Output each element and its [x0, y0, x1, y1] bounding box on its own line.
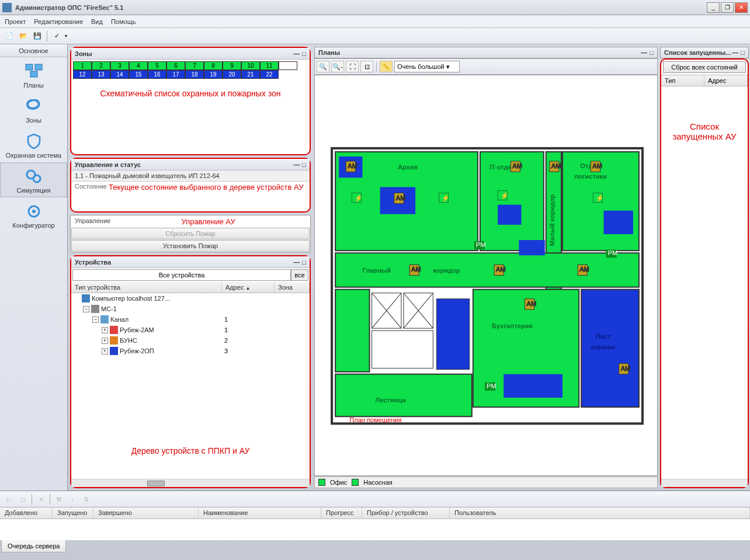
zones-panel: Зоны —□ 12345678910111213141516171819202… [70, 47, 311, 155]
menu-help[interactable]: Помощь [111, 18, 136, 25]
zone-cell[interactable]: 17 [166, 70, 185, 79]
panel-maximize-icon[interactable]: □ [302, 259, 306, 266]
column-added[interactable]: Добавлено [0, 507, 53, 519]
new-file-icon[interactable]: 📄 [4, 30, 15, 42]
zone-cell[interactable]: 14 [110, 70, 129, 79]
reset-fire-button[interactable]: Сбросить Пожар [71, 228, 310, 239]
sidebar-item-security[interactable]: Охранная система [0, 127, 67, 162]
tree-row[interactable]: +Рубеж-2АМ1 [71, 325, 310, 335]
zone-cell[interactable]: 8 [204, 61, 223, 70]
column-user[interactable]: Пользователь [450, 507, 750, 519]
column-finished[interactable]: Завершено [93, 507, 199, 519]
status-label: Состояние [75, 183, 109, 192]
zoom-actual-icon[interactable]: ⊡ [360, 61, 373, 72]
sidebar-item-zones[interactable]: Зоны [0, 92, 67, 127]
zone-cell[interactable]: 22 [260, 70, 279, 79]
panel-maximize-icon[interactable]: □ [741, 49, 745, 56]
zone-cell[interactable]: 9 [223, 61, 241, 70]
sidebar: Основное Планы Зоны Охранная система Сим… [0, 44, 68, 491]
menu-edit[interactable]: Редактирование [34, 18, 83, 25]
plan-tab-pump[interactable]: Насосная [363, 479, 392, 486]
zone-cell[interactable]: 6 [166, 61, 185, 70]
column-address[interactable]: Адрес ▲ [222, 282, 275, 293]
open-folder-icon[interactable]: 📂 [18, 30, 29, 42]
tree-expand-icon[interactable]: + [102, 327, 108, 333]
zone-cell[interactable]: 11 [260, 61, 279, 70]
close-button[interactable]: ✕ [735, 2, 748, 13]
sidebar-item-plans[interactable]: Планы [0, 57, 67, 92]
delete-icon[interactable]: ✕ [35, 493, 47, 505]
tool3-icon[interactable]: ⇅ [80, 493, 92, 505]
zone-cell[interactable]: 20 [223, 70, 241, 79]
reset-all-button[interactable]: Сброс всех состояний [663, 61, 746, 73]
column-name[interactable]: Наименование [199, 507, 321, 519]
column-progress[interactable]: Прогресс [321, 507, 362, 519]
sidebar-item-simulation[interactable]: Симуляция [0, 162, 67, 197]
tree-expand-icon[interactable]: + [102, 338, 108, 344]
zone-cell[interactable]: 18 [185, 70, 204, 79]
menu-project[interactable]: Проект [5, 18, 26, 25]
panel-maximize-icon[interactable]: □ [302, 161, 306, 168]
menu-view[interactable]: Вид [91, 18, 103, 25]
sidebar-item-config[interactable]: Конфигуратор [0, 197, 67, 232]
zone-cell[interactable]: 13 [92, 70, 110, 79]
zone-cell[interactable]: 5 [148, 61, 166, 70]
zone-cell[interactable]: 3 [110, 61, 129, 70]
maximize-button[interactable]: ❐ [721, 2, 734, 13]
queue-tab[interactable]: Очередь сервера [1, 540, 66, 552]
panel-minimize-icon[interactable]: — [641, 49, 647, 56]
tree-row[interactable]: −МС-1 [71, 304, 310, 314]
zone-cell[interactable]: 10 [241, 61, 260, 70]
column-started[interactable]: Запущено [53, 507, 93, 519]
zoom-fit-icon[interactable]: ⛶ [346, 61, 359, 72]
tool1-icon[interactable]: ⚒ [53, 493, 65, 505]
column-zone[interactable]: Зона [275, 282, 310, 293]
set-fire-button[interactable]: Установить Пожар [71, 240, 310, 252]
minimize-button[interactable]: _ [707, 2, 720, 13]
panel-minimize-icon[interactable]: — [293, 161, 300, 168]
zone-cell[interactable]: 2 [92, 61, 110, 70]
tool2-icon[interactable]: ↕ [67, 493, 78, 505]
floor-plan[interactable]: Архив IT-отдел Отдел логистики Малый кор… [314, 75, 658, 476]
tree-expand-icon[interactable]: − [83, 306, 89, 312]
tree-row[interactable]: Компьютер localhost 127... [71, 293, 310, 304]
tree-row[interactable]: +Рубеж-2ОП3 [71, 346, 310, 356]
column-address[interactable]: Адрес [704, 75, 748, 86]
stop-icon[interactable]: ◻ [17, 493, 29, 505]
panel-maximize-icon[interactable]: □ [302, 50, 306, 57]
column-device[interactable]: Прибор / устройство [362, 507, 450, 519]
device-filter-combo[interactable]: Все устройства [72, 269, 291, 281]
ruler-icon[interactable]: 📏 [380, 61, 393, 72]
zone-cell[interactable]: 15 [129, 70, 148, 79]
tree-row[interactable]: +БУНС2 [71, 335, 310, 346]
zone-cell[interactable]: 19 [204, 70, 223, 79]
panel-minimize-icon[interactable]: — [293, 259, 300, 266]
panel-minimize-icon[interactable]: — [732, 49, 738, 56]
zoom-level-combo[interactable]: Очень большой ▾ [394, 61, 460, 72]
check-icon[interactable]: ✓ [51, 30, 62, 42]
zoom-in-icon[interactable]: 🔍+ [317, 61, 329, 72]
column-type[interactable]: Тип устройства [71, 282, 222, 293]
devices-scrollbar[interactable] [71, 479, 310, 487]
save-icon[interactable]: 💾 [32, 30, 43, 42]
panel-maximize-icon[interactable]: □ [650, 49, 654, 56]
zone-cell[interactable]: 7 [185, 61, 204, 70]
play-icon[interactable]: ▷ [4, 493, 15, 505]
zone-cell[interactable]: 12 [73, 70, 92, 79]
zone-cell[interactable]: 1 [73, 61, 92, 70]
column-type[interactable]: Тип [661, 75, 704, 86]
panel-minimize-icon[interactable]: — [293, 50, 300, 57]
dropdown-arrow-icon[interactable]: ▾ [65, 33, 67, 39]
zoom-out-icon[interactable]: 🔍- [331, 61, 344, 72]
device-tree[interactable]: Компьютер localhost 127...−МС-1−Канал1+Р… [71, 293, 310, 423]
launched-scrollbar[interactable] [661, 479, 748, 487]
plan-tab-office[interactable]: Офис [330, 479, 347, 486]
zone-cell[interactable]: 21 [241, 70, 260, 79]
plans-column: Планы —□ 🔍+ 🔍- ⛶ ⊡ 📏 Очень большой ▾ [313, 44, 659, 491]
tree-expand-icon[interactable]: − [92, 316, 99, 323]
tree-row[interactable]: −Канал1 [71, 314, 310, 325]
device-filter-all-button[interactable]: все [291, 269, 308, 281]
zone-cell[interactable]: 4 [129, 61, 148, 70]
zone-cell[interactable]: 16 [148, 70, 166, 79]
tree-expand-icon[interactable]: + [102, 348, 108, 354]
